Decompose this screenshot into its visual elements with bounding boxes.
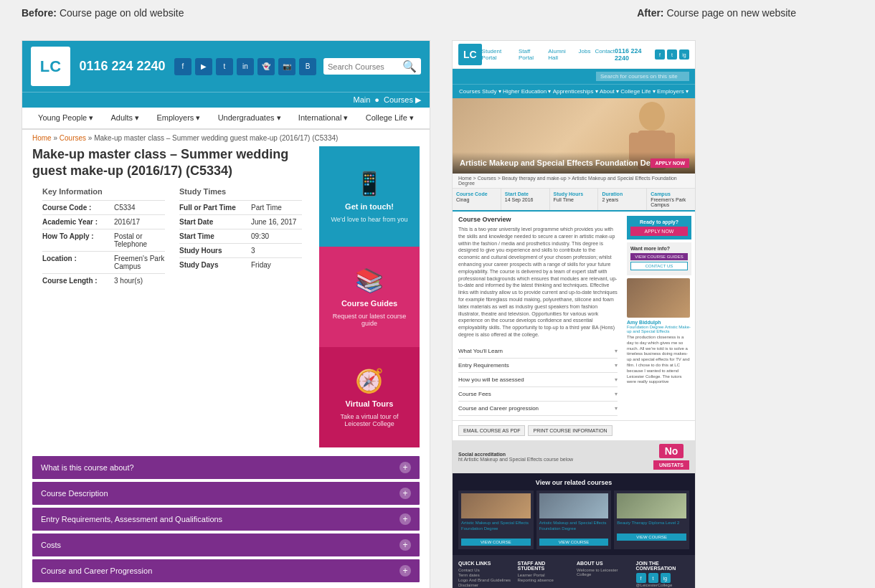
student-portal-link[interactable]: Student Portal: [482, 48, 514, 61]
alumni-link[interactable]: Alumni Hall: [548, 48, 574, 61]
old-phone: 0116 224 2240: [77, 59, 167, 74]
courses-link[interactable]: Courses ▶: [384, 95, 421, 105]
footer-link[interactable]: Welcome to Leicester College: [577, 568, 630, 577]
unistats-button[interactable]: UNISTATS: [653, 460, 689, 470]
old-search-input[interactable]: [328, 62, 399, 71]
hero-apply-button[interactable]: APPLY NOW: [651, 158, 689, 168]
table-row: How To Apply : Postal or Telephone: [42, 229, 165, 251]
twitter-icon[interactable]: t: [216, 58, 233, 75]
expand-icon: +: [399, 462, 411, 473]
nav-young-people[interactable]: Young People ▾: [38, 113, 93, 123]
new-nav-about[interactable]: About ▾: [600, 88, 619, 95]
youtube-icon[interactable]: ▶: [195, 58, 212, 75]
testimonial-course: Foundation Degree Artistic Make-up and S…: [627, 325, 691, 333]
breadcrumb-home[interactable]: Home: [32, 134, 52, 142]
footer-facebook-icon[interactable]: f: [636, 573, 646, 583]
expand-label: What You'll Learn: [458, 348, 503, 354]
row-value: 2016/17: [114, 218, 140, 226]
footer-link[interactable]: Contact Us: [458, 568, 512, 572]
expand-item[interactable]: What You'll Learn ▾: [458, 344, 618, 359]
footer-social-handle[interactable]: @LeicesterCollege: [636, 583, 690, 587]
nav-college-life[interactable]: College Life ▾: [366, 113, 414, 123]
expand-item[interactable]: How you will be assessed ▾: [458, 373, 618, 387]
compass-icon: 🧭: [355, 367, 384, 394]
nav-undergraduates[interactable]: Undergraduates ▾: [218, 113, 281, 123]
old-logo: LC: [31, 47, 70, 86]
key-info-right: Study Times Full or Part Time Part Time …: [179, 187, 302, 288]
nav-international[interactable]: International ▾: [298, 113, 349, 123]
related-card-image: [617, 493, 686, 518]
virtual-tours-card[interactable]: 🧭 Virtual Tours Take a virtual tour of L…: [319, 347, 420, 447]
footer-link[interactable]: Learner Portal: [518, 573, 572, 577]
chevron-down-icon: ▾: [615, 362, 618, 369]
new-content: Course Overview This is a two year unive…: [453, 212, 695, 420]
footer-twitter-icon[interactable]: t: [648, 573, 658, 583]
new-nav-courses[interactable]: Courses: [459, 88, 481, 95]
row-label: Start Date: [179, 218, 251, 226]
new-social-icons: f t ig: [655, 49, 689, 60]
snapchat-icon[interactable]: 👻: [257, 58, 275, 75]
no-badge: No: [659, 444, 684, 458]
new-nav-higher-ed[interactable]: Higher Education ▾: [503, 88, 552, 95]
expand-item[interactable]: Entry Requirements ▾: [458, 359, 618, 373]
accordion-item[interactable]: What is this course about? +: [32, 456, 420, 479]
accordion-item[interactable]: Entry Requirements, Assessment and Quali…: [32, 508, 420, 531]
facebook-icon[interactable]: f: [174, 58, 191, 75]
accordion-item[interactable]: Course and Career Progression +: [32, 559, 420, 582]
related-view-button[interactable]: VIEW COURSE: [461, 539, 531, 546]
old-search[interactable]: 🔍: [323, 58, 421, 75]
related-card-title: Artistic Makeup and Special Effects Foun…: [539, 521, 609, 532]
footer-link[interactable]: Term dates: [458, 573, 512, 577]
key-info-left: Key Information Course Code : C5334 Acad…: [42, 187, 165, 288]
new-nav-college-life[interactable]: College Life ▾: [620, 88, 655, 95]
footer-instagram-icon[interactable]: ig: [661, 573, 671, 583]
instagram-icon[interactable]: 📷: [278, 58, 295, 75]
expand-icon: +: [399, 539, 411, 551]
email-pdf-button[interactable]: EMAIL COURSE AS PDF: [458, 425, 525, 436]
expand-item[interactable]: Course Fees ▾: [458, 387, 618, 402]
jobs-link[interactable]: Jobs: [579, 48, 591, 61]
new-nav-study[interactable]: Study ▾: [482, 88, 501, 95]
print-button[interactable]: PRINT COURSE INFORMATION: [528, 425, 612, 436]
course-info-code: Course Code Cinag: [453, 189, 501, 210]
row-label: Study Days: [179, 261, 251, 269]
footer-heading: ABOUT US: [577, 561, 630, 566]
blog-icon[interactable]: B: [299, 58, 316, 75]
main-link[interactable]: Main: [353, 95, 370, 105]
footer-link[interactable]: Disclaimer: [458, 583, 512, 587]
contact-us-button[interactable]: CONTACT US: [630, 262, 688, 270]
accreditation-text: Social accreditation ht Artistic Makeup …: [458, 452, 573, 462]
new-instagram-icon[interactable]: ig: [679, 49, 689, 60]
contact-link[interactable]: Contact: [595, 48, 615, 61]
accreditation-desc: ht Artistic Makeup and Special Effects c…: [458, 457, 573, 462]
accordion-item[interactable]: Course Description +: [32, 482, 420, 505]
footer-link[interactable]: Reporting absence: [518, 578, 572, 582]
new-nav-apprenticeships[interactable]: Apprenticeships ▾: [553, 88, 598, 95]
related-view-button[interactable]: VIEW COURSE: [617, 534, 686, 541]
new-twitter-icon[interactable]: t: [667, 49, 677, 60]
expand-item[interactable]: Course and Career progression ▾: [458, 402, 618, 416]
staff-portal-link[interactable]: Staff Portal: [519, 48, 544, 61]
nav-employers[interactable]: Employers ▾: [156, 113, 200, 123]
new-facebook-icon[interactable]: f: [655, 49, 665, 60]
chevron-down-icon: ▾: [615, 376, 618, 383]
new-nav-employers[interactable]: Employers ▾: [657, 88, 689, 95]
breadcrumb-courses[interactable]: Courses: [60, 134, 86, 142]
table-row: Study Days Friday: [179, 257, 302, 272]
related-card-title: Beauty Therapy Diploma Level 2: [617, 521, 686, 526]
accordion-item[interactable]: Costs +: [32, 534, 420, 556]
related-grid: Artistic Makeup and Special Effects Foun…: [458, 490, 689, 550]
related-card: Artistic Makeup and Special Effects Foun…: [458, 490, 534, 550]
breadcrumb-current: Make-up master class – Summer wedding gu…: [94, 134, 338, 142]
expand-label: Course Fees: [458, 391, 491, 397]
course-guides-card[interactable]: 📚 Course Guides Request our latest cours…: [319, 247, 420, 347]
side-apply-button[interactable]: APPLY NOW: [630, 227, 688, 236]
footer-link[interactable]: Logo And Brand Guidelines: [458, 578, 512, 582]
get-in-touch-card[interactable]: 📱 Get in touch! We'd love to hear from y…: [319, 146, 420, 247]
related-view-button[interactable]: VIEW COURSE: [539, 539, 609, 546]
new-search-input[interactable]: [596, 72, 689, 81]
old-nav-bar: Main ● Courses ▶: [22, 92, 430, 108]
nav-adults[interactable]: Adults ▾: [111, 113, 140, 123]
course-guides-button[interactable]: VIEW COURSE GUIDES: [630, 253, 688, 260]
linkedin-icon[interactable]: in: [237, 58, 254, 75]
